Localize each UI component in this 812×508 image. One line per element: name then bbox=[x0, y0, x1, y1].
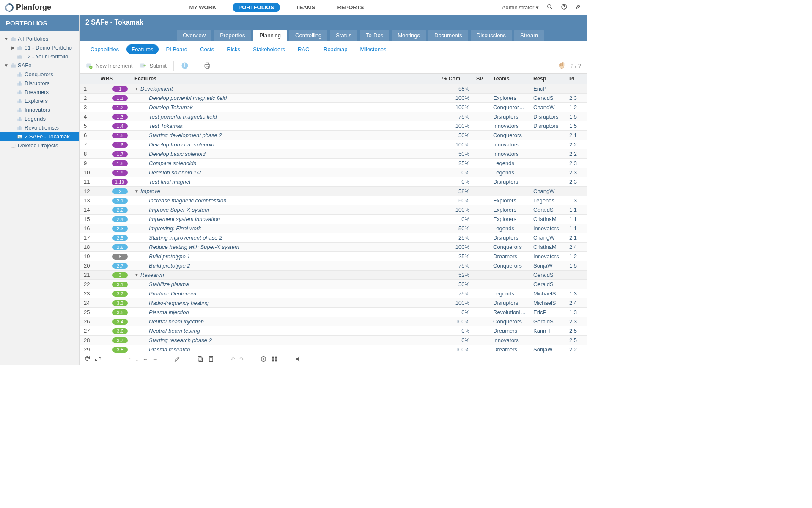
user-menu[interactable]: Administrator ▾ bbox=[502, 4, 539, 11]
print-icon[interactable] bbox=[203, 61, 211, 70]
tab-properties[interactable]: Properties bbox=[214, 30, 251, 41]
table-row[interactable]: 71.6Develop Iron core solenoid100%Innova… bbox=[80, 140, 587, 149]
wrench-icon[interactable] bbox=[575, 3, 582, 11]
submit-button[interactable]: Submit bbox=[139, 62, 166, 69]
table-row[interactable]: 162.3Improving: Final work50%LegendsInno… bbox=[80, 224, 587, 233]
col-completion[interactable]: % Com. bbox=[439, 74, 473, 84]
undo-icon[interactable]: ↶ bbox=[230, 356, 235, 362]
table-row[interactable]: 243.3Radio-frequency heating100%Disrupto… bbox=[80, 298, 587, 308]
topnav-teams[interactable]: TEAMS bbox=[290, 3, 321, 12]
table-row[interactable]: 233.2Produce Deuterium75%LegendsMichaelS… bbox=[80, 289, 587, 298]
arrow-left-icon[interactable]: ← bbox=[143, 356, 148, 362]
col-pi[interactable]: PI bbox=[566, 74, 587, 84]
portfolio-tree: ▼All Portfolios▶01 - Demo Portfolio02 - … bbox=[0, 31, 79, 153]
tab-features[interactable]: Features bbox=[126, 44, 158, 54]
grid-icon[interactable] bbox=[271, 356, 278, 362]
tab-costs[interactable]: Costs bbox=[195, 44, 219, 54]
table-row[interactable]: 101.9Decision solenoid 1/20%Legends2.3 bbox=[80, 168, 587, 177]
table-row[interactable]: 91.8Compare solenoids25%Legends2.3 bbox=[80, 159, 587, 168]
table-row[interactable]: 152.4Implement system innovation0%Explor… bbox=[80, 215, 587, 224]
table-row[interactable]: 253.5Plasma injection0%RevolutionistsEri… bbox=[80, 308, 587, 317]
table-row[interactable]: 273.6Neutral-beam testing0%DreamersKarin… bbox=[80, 326, 587, 336]
edit-icon[interactable] bbox=[174, 356, 181, 362]
arrow-up-icon[interactable]: ↑ bbox=[129, 356, 132, 362]
features-grid[interactable]: WBS Features % Com. SP Teams Resp. PI 11… bbox=[80, 73, 587, 353]
tab-overview[interactable]: Overview bbox=[177, 30, 211, 41]
redo-icon[interactable]: ↷ bbox=[239, 356, 244, 362]
table-row[interactable]: 263.4Neutral-beam injection100%Conqueror… bbox=[80, 317, 587, 326]
table-row[interactable]: 172.5Starting improvement phase 225%Disr… bbox=[80, 233, 587, 243]
table-row[interactable]: 142.2Improve Super-X system100%Explorers… bbox=[80, 205, 587, 215]
tab-pi board[interactable]: PI Board bbox=[161, 44, 193, 54]
table-row[interactable]: 293.8Plasma research100%DreamersSonjaW2.… bbox=[80, 345, 587, 353]
table-row[interactable]: 111.10Test final magnet0%Disruptors2.3 bbox=[80, 177, 587, 187]
tree-item[interactable]: ▶01 - Demo Portfolio bbox=[0, 43, 79, 52]
col-features[interactable]: Features bbox=[131, 74, 439, 84]
table-row[interactable]: 21.1Develop powerful magnetic field100%E… bbox=[80, 94, 587, 103]
tab-documents[interactable]: Documents bbox=[428, 30, 468, 41]
tree-item[interactable]: 02 - Your Portfolio bbox=[0, 52, 79, 61]
arrow-right-icon[interactable]: → bbox=[152, 356, 158, 362]
tab-stakeholders[interactable]: Stakeholders bbox=[248, 44, 290, 54]
table-row[interactable]: 202.7Build prototype 275%ConquerorsSonja… bbox=[80, 261, 587, 271]
table-row[interactable]: 122▼Improve58%ChangW bbox=[80, 187, 587, 196]
tree-item[interactable]: Explorers bbox=[0, 97, 79, 105]
tree-item[interactable]: Revolutionists bbox=[0, 123, 79, 132]
table-row[interactable]: 283.7Starting research phase 20%Innovato… bbox=[80, 336, 587, 345]
help-icon[interactable] bbox=[561, 3, 568, 11]
tree-item[interactable]: Disruptors bbox=[0, 79, 79, 88]
paste-icon[interactable] bbox=[208, 356, 214, 362]
tree-item[interactable]: Deleted Projects bbox=[0, 141, 79, 150]
unlink-icon[interactable] bbox=[95, 356, 102, 362]
tab-roadmap[interactable]: Roadmap bbox=[318, 44, 352, 54]
table-row[interactable]: 61.5Starting development phase 250%Conqu… bbox=[80, 131, 587, 140]
hand-icon[interactable] bbox=[558, 61, 567, 70]
refresh-icon[interactable] bbox=[84, 356, 91, 362]
table-row[interactable]: 182.6Reduce heating with Super-X system1… bbox=[80, 243, 587, 252]
table-row[interactable]: 31.2Develop Tokamak100%Conquerors; In…Ch… bbox=[80, 103, 587, 112]
topnav-my-work[interactable]: MY WORK bbox=[183, 3, 222, 12]
logo: Planforge bbox=[5, 3, 51, 12]
col-rownum[interactable] bbox=[80, 74, 97, 84]
tree-item[interactable]: 2 SAFe - Tokamak bbox=[0, 132, 79, 141]
tab-raci[interactable]: RACI bbox=[293, 44, 316, 54]
table-row[interactable]: 51.4Test Tokamak100%InnovatorsDisruptors… bbox=[80, 121, 587, 131]
tab-risks[interactable]: Risks bbox=[222, 44, 245, 54]
table-row[interactable]: 132.1Increase magnetic compression50%Exp… bbox=[80, 196, 587, 205]
col-wbs[interactable]: WBS bbox=[97, 74, 131, 84]
col-resp[interactable]: Resp. bbox=[530, 74, 566, 84]
copy-icon[interactable] bbox=[197, 356, 203, 362]
arrow-down-icon[interactable]: ↓ bbox=[136, 356, 139, 362]
tab-to-dos[interactable]: To-Dos bbox=[360, 30, 389, 41]
table-row[interactable]: 223.1Stabilize plasma50%GeraldS bbox=[80, 280, 587, 289]
table-row[interactable]: 195Build prototype 125%DreamersInnovator… bbox=[80, 252, 587, 261]
tree-item[interactable]: Innovators bbox=[0, 105, 79, 114]
table-row[interactable]: 11▼Development58%EricP bbox=[80, 84, 587, 94]
add-circle-icon[interactable] bbox=[260, 356, 267, 362]
tree-item[interactable]: Dreamers bbox=[0, 88, 79, 97]
table-row[interactable]: 41.3Test powerful magnetic field75%Disru… bbox=[80, 112, 587, 121]
send-icon[interactable] bbox=[294, 356, 301, 362]
tab-controlling[interactable]: Controlling bbox=[289, 30, 327, 41]
topnav-portfolios[interactable]: PORTFOLIOS bbox=[233, 3, 280, 12]
tree-item[interactable]: ▼All Portfolios bbox=[0, 34, 79, 43]
table-row[interactable]: 81.7Develop basic solenoid50%Innovators2… bbox=[80, 149, 587, 159]
col-teams[interactable]: Teams bbox=[490, 74, 530, 84]
tab-stream[interactable]: Stream bbox=[514, 30, 544, 41]
tree-item[interactable]: Conquerors bbox=[0, 70, 79, 79]
tab-status[interactable]: Status bbox=[330, 30, 357, 41]
tab-planning[interactable]: Planning bbox=[253, 30, 287, 41]
table-row[interactable]: 213▼Research52%GeraldS bbox=[80, 271, 587, 280]
tab-capabilities[interactable]: Capabilities bbox=[85, 44, 124, 54]
tab-meetings[interactable]: Meetings bbox=[392, 30, 426, 41]
tree-item[interactable]: Legends bbox=[0, 114, 79, 123]
topnav-reports[interactable]: REPORTS bbox=[332, 3, 370, 12]
search-icon[interactable] bbox=[546, 3, 553, 11]
info-icon[interactable]: i bbox=[181, 61, 189, 70]
tree-item[interactable]: ▼SAFe bbox=[0, 61, 79, 70]
new-increment-button[interactable]: + New Increment bbox=[85, 62, 132, 69]
tab-discussions[interactable]: Discussions bbox=[471, 30, 512, 41]
minus-icon[interactable] bbox=[106, 356, 112, 362]
col-sp[interactable]: SP bbox=[473, 74, 490, 84]
tab-milestones[interactable]: Milestones bbox=[355, 44, 391, 54]
